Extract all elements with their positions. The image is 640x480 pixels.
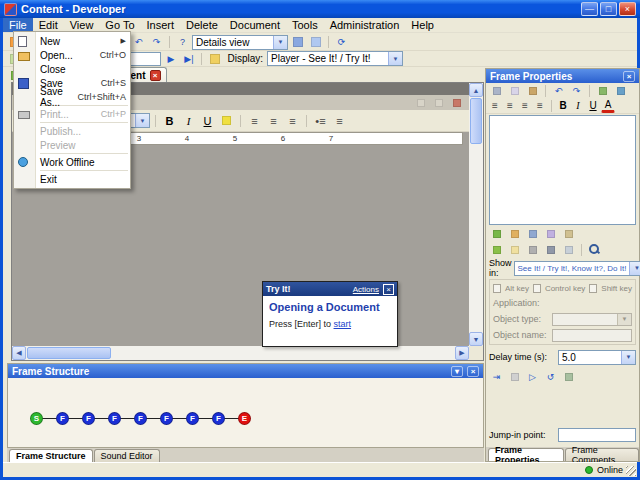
doc-close-icon[interactable] (448, 96, 465, 109)
font-color-icon[interactable]: A (601, 99, 615, 113)
display-select[interactable]: Player - See It! / Try It!▼ (267, 51, 403, 66)
delay-time-select[interactable]: 5.0▼ (558, 350, 636, 365)
menu-tools[interactable]: Tools (286, 18, 324, 32)
details-view-select[interactable]: Details view▼ (192, 35, 288, 50)
show-in-select[interactable]: See It! / Try It!, Know It?, Do It!▼ (514, 261, 640, 276)
menu-help[interactable]: Help (405, 18, 440, 32)
refresh-icon[interactable]: ⟳ (333, 35, 350, 50)
menu-document[interactable]: Document (224, 18, 286, 32)
menu-insert[interactable]: Insert (141, 18, 181, 32)
align-left-icon[interactable]: ≡ (246, 112, 263, 129)
italic-button[interactable]: I (180, 112, 197, 129)
actions-link[interactable]: Actions (353, 285, 379, 294)
redo-icon[interactable]: ↷ (148, 35, 165, 50)
next-frame-icon[interactable]: ▶| (180, 51, 197, 66)
insert-image-icon[interactable] (506, 227, 523, 242)
path-icon[interactable] (560, 369, 577, 384)
frame-node[interactable]: F (82, 412, 95, 425)
panel-close-icon[interactable]: × (467, 366, 479, 377)
frame-node[interactable]: F (108, 412, 121, 425)
tab-close-icon[interactable]: × (150, 70, 161, 81)
popup-close-icon[interactable]: × (383, 284, 394, 295)
file-menu-new[interactable]: New▶ (14, 34, 130, 48)
menu-edit[interactable]: Edit (33, 18, 64, 32)
file-menu-close[interactable]: Close (14, 62, 130, 76)
insert-table-icon[interactable] (524, 227, 541, 242)
numbered-list-icon[interactable]: ≡ (331, 112, 348, 129)
insert-link-icon[interactable] (612, 83, 629, 98)
undo-icon[interactable]: ↶ (130, 35, 147, 50)
menu-delete[interactable]: Delete (180, 18, 224, 32)
magnifier-icon[interactable] (586, 242, 603, 257)
frame-text-editor[interactable] (489, 115, 636, 225)
frame-link-icon[interactable] (506, 369, 523, 384)
frame-node[interactable]: F (160, 412, 173, 425)
maximize-button[interactable]: □ (600, 2, 617, 16)
horizontal-scroll-thumb[interactable] (27, 347, 111, 359)
undo-icon[interactable]: ↶ (550, 83, 567, 98)
keyboard-icon[interactable] (542, 242, 559, 257)
italic-button[interactable]: I (571, 99, 585, 113)
menu-file[interactable]: File (3, 18, 33, 32)
align-left-icon[interactable]: ≡ (488, 99, 502, 113)
spellcheck-icon[interactable] (594, 83, 611, 98)
file-menu-exit[interactable]: Exit (14, 172, 130, 186)
jump-in-point-field[interactable] (558, 428, 636, 442)
start-link[interactable]: start (334, 319, 352, 329)
tab-frame-properties[interactable]: Frame Properties (488, 448, 564, 461)
align-center-icon[interactable]: ≡ (503, 99, 517, 113)
redo-icon[interactable]: ↷ (568, 83, 585, 98)
scroll-up-icon[interactable]: ▲ (469, 83, 483, 97)
vertical-scroll-thumb[interactable] (470, 98, 482, 144)
underline-button[interactable]: U (586, 99, 600, 113)
alt-key-checkbox[interactable] (493, 284, 501, 293)
start-node[interactable]: S (30, 412, 43, 425)
tab-frame-comments[interactable]: Frame Comments (565, 448, 639, 461)
horizontal-scrollbar[interactable]: ◀ ▶ (12, 346, 469, 360)
menu-view[interactable]: View (64, 18, 100, 32)
close-button[interactable]: × (619, 2, 636, 16)
highlight-icon[interactable] (218, 112, 235, 129)
frame-node[interactable]: F (134, 412, 147, 425)
jump-icon[interactable]: ⇥ (488, 369, 505, 384)
bold-button[interactable]: B (161, 112, 178, 129)
menu-goto[interactable]: Go To (99, 18, 140, 32)
vertical-scrollbar[interactable]: ▲ ▼ (469, 83, 483, 346)
prev-frame-icon[interactable]: ▶ (162, 51, 179, 66)
align-right-icon[interactable]: ≡ (284, 112, 301, 129)
end-node[interactable]: E (238, 412, 251, 425)
bubble-icon[interactable] (506, 242, 523, 257)
template-icon[interactable] (542, 227, 559, 242)
frame-node[interactable]: F (56, 412, 69, 425)
file-menu-save-as[interactable]: Save As...Ctrl+Shift+A (14, 90, 130, 104)
action-icon[interactable] (488, 242, 505, 257)
tab-frame-structure[interactable]: Frame Structure (9, 449, 93, 462)
align-right-icon[interactable]: ≡ (518, 99, 532, 113)
file-menu-open[interactable]: Open...Ctrl+O (14, 48, 130, 62)
panel-menu-icon[interactable]: ▾ (451, 366, 463, 377)
scroll-left-icon[interactable]: ◀ (12, 346, 26, 360)
loop-icon[interactable]: ↺ (542, 369, 559, 384)
align-justify-icon[interactable]: ≡ (533, 99, 547, 113)
insert-field-icon[interactable] (488, 227, 505, 242)
underline-button[interactable]: U (199, 112, 216, 129)
thumbnail-view-icon[interactable] (307, 35, 324, 50)
paste-icon[interactable] (524, 83, 541, 98)
scroll-right-icon[interactable]: ▶ (455, 346, 469, 360)
file-menu-work-offline[interactable]: Work Offline (14, 155, 130, 169)
cut-icon[interactable] (488, 83, 505, 98)
list-view-icon[interactable] (289, 35, 306, 50)
frame-node[interactable]: F (186, 412, 199, 425)
align-center-icon[interactable]: ≡ (265, 112, 282, 129)
control-key-checkbox[interactable] (533, 284, 541, 293)
menu-administration[interactable]: Administration (324, 18, 406, 32)
bullet-list-icon[interactable]: •≡ (312, 112, 329, 129)
branch-icon[interactable]: ▷ (524, 369, 541, 384)
bold-button[interactable]: B (556, 99, 570, 113)
doc-minimize-icon[interactable] (412, 96, 429, 109)
doc-restore-icon[interactable] (430, 96, 447, 109)
panel-close-icon[interactable]: × (623, 71, 635, 82)
shift-key-checkbox[interactable] (589, 284, 597, 293)
frame-node[interactable]: F (212, 412, 225, 425)
pointer-icon[interactable] (524, 242, 541, 257)
